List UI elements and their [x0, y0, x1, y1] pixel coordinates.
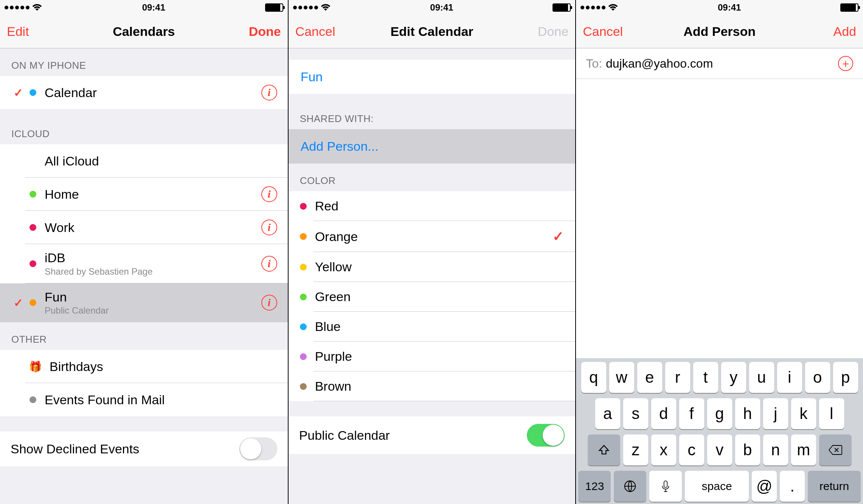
- add-person-button[interactable]: Add Person...: [289, 129, 576, 164]
- public-calendar-row: Public Calendar: [289, 416, 576, 454]
- key-c[interactable]: c: [679, 434, 704, 465]
- signal-dots-icon: [5, 6, 29, 9]
- calendar-row-work[interactable]: Work i: [0, 211, 288, 244]
- page-title: Calendars: [113, 24, 175, 39]
- done-button[interactable]: Done: [232, 24, 281, 39]
- color-option-purple[interactable]: Purple: [289, 342, 576, 371]
- info-button[interactable]: i: [261, 220, 277, 235]
- color-option-yellow[interactable]: Yellow: [289, 252, 576, 282]
- done-button[interactable]: Done: [519, 24, 568, 39]
- add-contact-button[interactable]: ＋: [838, 56, 853, 71]
- color-option-brown[interactable]: Brown: [289, 371, 576, 401]
- key-return[interactable]: return: [808, 471, 861, 502]
- key-d[interactable]: d: [651, 398, 676, 429]
- events-in-mail-row[interactable]: Events Found in Mail: [0, 383, 288, 416]
- calendar-row[interactable]: ✓ Calendar i: [0, 76, 288, 109]
- edit-button[interactable]: Edit: [7, 24, 56, 39]
- key-mic[interactable]: [649, 471, 682, 502]
- calendar-row-all-icloud[interactable]: All iCloud: [0, 144, 288, 178]
- info-button[interactable]: i: [261, 295, 277, 311]
- color-name: Yellow: [315, 260, 564, 274]
- check-icon: ✓: [14, 296, 23, 309]
- key-t[interactable]: t: [693, 362, 718, 393]
- key-g[interactable]: g: [707, 398, 732, 429]
- keyboard-row-1: q w e r t y u i o p: [578, 362, 861, 393]
- color-option-blue[interactable]: Blue: [289, 312, 576, 342]
- key-o[interactable]: o: [805, 362, 830, 393]
- nav-bar: Cancel Add Person Add: [576, 15, 863, 48]
- color-name: Purple: [315, 349, 564, 364]
- birthdays-row[interactable]: 🎁 Birthdays: [0, 350, 288, 383]
- key-at[interactable]: @: [752, 471, 777, 502]
- key-v[interactable]: v: [707, 434, 732, 465]
- calendar-subtitle: Public Calendar: [45, 305, 261, 316]
- row-label: Birthdays: [50, 359, 277, 374]
- show-declined-switch[interactable]: [239, 438, 277, 460]
- page-title: Edit Calendar: [390, 24, 473, 39]
- calendar-row-fun[interactable]: ✓ Fun Public Calendar i: [0, 283, 288, 323]
- key-i[interactable]: i: [777, 362, 802, 393]
- status-bar: 09:41: [576, 0, 863, 15]
- key-delete[interactable]: [819, 434, 852, 465]
- delete-icon: [828, 445, 843, 455]
- key-x[interactable]: x: [651, 434, 676, 465]
- to-row: To: dujkan@yahoo.com ＋: [576, 48, 863, 79]
- calendar-row-idb[interactable]: iDB Shared by Sebastien Page i: [0, 244, 288, 283]
- color-name: Red: [315, 199, 564, 213]
- section-header-on-iphone: ON MY IPHONE: [0, 48, 288, 76]
- key-dot[interactable]: .: [780, 471, 805, 502]
- key-globe[interactable]: [614, 471, 646, 502]
- key-e[interactable]: e: [637, 362, 662, 393]
- key-123[interactable]: 123: [578, 471, 611, 502]
- add-button[interactable]: Add: [807, 24, 856, 39]
- key-l[interactable]: l: [819, 398, 844, 429]
- key-s[interactable]: s: [623, 398, 648, 429]
- key-r[interactable]: r: [665, 362, 690, 393]
- on-iphone-list: ✓ Calendar i: [0, 76, 288, 109]
- key-f[interactable]: f: [679, 398, 704, 429]
- key-p[interactable]: p: [833, 362, 858, 393]
- public-calendar-label: Public Calendar: [299, 428, 390, 443]
- key-m[interactable]: m: [791, 434, 816, 465]
- color-option-orange[interactable]: Orange ✓: [289, 221, 576, 252]
- key-shift[interactable]: [588, 434, 620, 465]
- key-space[interactable]: space: [685, 471, 749, 502]
- color-dot: [300, 264, 307, 271]
- key-z[interactable]: z: [623, 434, 648, 465]
- color-dot: [29, 89, 36, 96]
- screen-add-person: 09:41 Cancel Add Person Add To: dujkan@y…: [575, 0, 863, 504]
- color-option-red[interactable]: Red: [289, 191, 576, 221]
- key-a[interactable]: a: [595, 398, 620, 429]
- public-calendar-switch[interactable]: [527, 424, 565, 447]
- info-button[interactable]: i: [261, 85, 277, 100]
- cancel-button[interactable]: Cancel: [295, 24, 345, 39]
- key-k[interactable]: k: [791, 398, 816, 429]
- key-b[interactable]: b: [735, 434, 760, 465]
- cancel-button[interactable]: Cancel: [583, 24, 632, 39]
- key-h[interactable]: h: [735, 398, 760, 429]
- check-icon: ✓: [14, 86, 23, 99]
- icloud-list: All iCloud Home i Work i iDB Shared by S…: [0, 144, 288, 322]
- color-option-green[interactable]: Green: [289, 282, 576, 312]
- calendar-name-input[interactable]: [301, 70, 563, 84]
- key-n[interactable]: n: [763, 434, 788, 465]
- calendar-row-home[interactable]: Home i: [0, 178, 288, 211]
- key-u[interactable]: u: [749, 362, 774, 393]
- info-button[interactable]: i: [261, 186, 277, 202]
- keyboard: q w e r t y u i o p a s d f g h j k l z: [576, 358, 863, 504]
- key-j[interactable]: j: [763, 398, 788, 429]
- color-dot: [29, 396, 36, 403]
- key-w[interactable]: w: [609, 362, 634, 393]
- calendar-subtitle: Shared by Sebastien Page: [45, 266, 261, 277]
- color-dot: [300, 323, 307, 330]
- key-q[interactable]: q: [581, 362, 606, 393]
- color-dot: [300, 353, 307, 360]
- status-time: 09:41: [430, 2, 453, 13]
- signal-dots-icon: [581, 6, 605, 9]
- status-time: 09:41: [142, 2, 165, 13]
- keyboard-row-4: 123 space @ . return: [578, 471, 861, 502]
- to-input[interactable]: dujkan@yahoo.com: [606, 57, 838, 71]
- key-y[interactable]: y: [721, 362, 746, 393]
- calendar-name: All iCloud: [45, 153, 277, 169]
- info-button[interactable]: i: [261, 256, 277, 272]
